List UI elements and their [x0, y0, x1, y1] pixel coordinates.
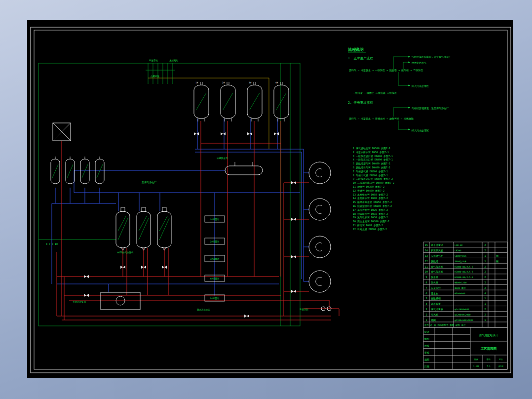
compressor-vessels-mid: [116, 207, 171, 250]
tb-cell-number-value: 7-1: [487, 365, 491, 367]
s1-branch1: 气柜经加压脱硫后，送至煤气净化厂: [412, 55, 451, 59]
flow-notes: 流程说明 1. 正常生产流程 气柜经加压脱硫后，送至煤气净化厂 供住宅区用气 原…: [347, 47, 451, 132]
pipe-row: 15 循环冷却水管 DN150 参图7-2: [353, 200, 392, 204]
tb-cell-sheet-value: 共1张: [498, 365, 503, 367]
instrument-label: 3#流量计: [210, 258, 220, 260]
red-pipe-network: [57, 121, 339, 320]
pipe-row: 3 一段加压进口管 DN400 参图7-1: [353, 155, 393, 158]
bom-spec: LZB-50: [455, 244, 463, 246]
bom-qty: 2: [484, 308, 486, 311]
pipe-row: 22 出站总管 DN500 参图7-2: [353, 228, 387, 231]
bom-no: 10: [425, 270, 428, 273]
label-separator: 冷凝脱水器: [217, 157, 228, 160]
tb-row-label: 校核: [424, 344, 429, 347]
tb-row-label: 审核: [424, 351, 429, 354]
bom-table: 15转子流量计LZB-502 14罗茨鼓风机L62WD2 13湿式储气柜5000…: [423, 242, 507, 327]
tb-project-name: 煤气储配站设计: [479, 334, 498, 337]
horizontal-separator: [225, 162, 263, 175]
bom-spec: φ1200×H=2000: [455, 314, 471, 316]
label-vessel-1: 1#: [195, 81, 198, 84]
tb-cell-sheet-label: 张次: [499, 358, 503, 360]
pipe-row: 18 仪表取压管 DN15 参图7-2: [353, 212, 388, 216]
label-pump-house: 去循环水泵房: [73, 300, 86, 303]
cad-paper: 1#流量计 2#流量计 3#流量计 4#流量计 5#流量计 放散管组 水封阀组 …: [27, 20, 513, 378]
bom-no: 6: [425, 292, 427, 295]
bom-name: 脱硫塔: [431, 260, 438, 263]
pipe-row: 8 气柜出气管 DN500 参图7-1: [353, 174, 388, 177]
bom-no: 7: [425, 286, 427, 289]
bom-name: 调压装置: [431, 302, 441, 306]
instrument-label: 4#流量计: [210, 278, 220, 280]
bom-name: 引风机: [431, 313, 438, 317]
bom-name: 煤气计量表: [431, 308, 443, 311]
scrubber-vessels-top: [194, 82, 289, 121]
s1-branch2: 供住宅区用气: [411, 61, 426, 65]
s1-legend: 一级冷凝 一级除尘 二级脱硫 二级加压: [353, 91, 397, 95]
pipe-row: 5 脱硫塔进气管 DN400 参图7-1: [353, 162, 390, 165]
bom-name: 转子流量计: [431, 243, 443, 247]
bom-qty: 2: [484, 313, 486, 316]
bom-no: 3: [425, 308, 427, 311]
title-block: 设计 制图 校核 审核 描图 日期 煤气储配站设计 工艺流程图 比例 图号 张次…: [423, 327, 507, 369]
bom-no: 11: [425, 265, 428, 268]
cad-drawing: 1#流量计 2#流量计 3#流量计 4#流量计 5#流量计 放散管组 水封阀组 …: [27, 20, 513, 378]
bom-spec: HJ800-80/2.5-6: [455, 276, 473, 279]
flow-notes-title: 流程说明: [347, 47, 364, 52]
pipe-row: 20 安全水封管 DN300 参图7-2: [353, 220, 389, 223]
tb-drawing-title: 工艺流程图: [481, 347, 497, 351]
bom-qty: 2: [484, 270, 486, 273]
bom-note: 钢: [496, 260, 498, 263]
pipe-row: 4 一段加压出口管 DN400 参图7-1: [353, 158, 393, 161]
frame-outer: [31, 27, 511, 373]
bom-name: 阻火器: [431, 281, 438, 284]
pipe-row: 2 冷凝水排水管 DN50 参图7-1: [353, 151, 389, 154]
pipe-row: 9 二段加压进口管 DN400 参图7-2: [353, 177, 393, 181]
s1-branch3: 排入污水处理区: [411, 84, 429, 88]
bom-name: 湿式储气柜: [431, 254, 443, 258]
label-vessel-3: 3#: [249, 81, 252, 84]
pipe-row: 19 氮气吹扫管 DN50 参图7-2: [353, 216, 388, 219]
bom-name: 安全水封: [431, 286, 441, 289]
s2-branch3: 排入污水处理区: [411, 129, 429, 132]
bom-qty: 2: [484, 249, 486, 252]
bom-no: 5: [425, 297, 427, 300]
bom-spec: HJ800-80/2.5-6: [455, 271, 473, 273]
bom-header: 序号 名 称 规格及型号 数量 材料 备注: [424, 323, 466, 327]
bom-qty: 1: [484, 302, 486, 305]
bom-spec: Φ600×1200: [455, 281, 467, 284]
bom-spec: φ1×2400×600: [455, 308, 469, 311]
tb-row-label: 描图: [424, 358, 429, 361]
bom-no: 1: [425, 319, 427, 321]
diagram-labels: 放散管组 水封阀组 点燃放散 至煤气净化厂 8 7 9 10 HJ型煤气加压机 …: [46, 59, 309, 311]
heat-exchanger: [53, 123, 71, 141]
label-vent-group: 放散管组: [149, 59, 158, 62]
bom-note: 钢: [496, 254, 498, 257]
pipe-row: 7 气柜进气管 DN500 参图7-1: [353, 170, 388, 173]
bom-no: 14: [425, 249, 428, 252]
bom-qty: 1: [484, 254, 486, 257]
pipe-row: 1 煤气进站总管 DN500 参图7-1: [353, 147, 390, 150]
bom-qty: 2: [484, 276, 486, 279]
s2-branch1: 气柜经旁通管道，送至煤气净化厂: [412, 107, 449, 110]
bom-no: 4: [425, 302, 427, 305]
label-vessel-2: 2#: [222, 81, 225, 84]
bom-name: 脱水器: [431, 276, 438, 279]
plant-boundary: [38, 63, 300, 326]
fan-blowers: [309, 162, 331, 292]
bom-spec: Φ500×800: [455, 292, 465, 295]
bom-spec: L62WD: [455, 249, 461, 252]
bom-qty: 1: [484, 297, 486, 300]
s2-main-chain: 原料气 → 冷凝脱水 → 旁通水封 → 放散管组 → 点燃放散: [349, 117, 414, 120]
desktop-background: 1#流量计 2#流量计 3#流量计 4#流量计 5#流量计 放散管组 水封阀组 …: [0, 0, 532, 399]
bom-spec: 5000立方米: [455, 255, 467, 257]
label-flare: 点燃放散: [151, 75, 160, 78]
pump-station-box: [101, 292, 140, 310]
bom-name: 放散管组: [431, 297, 441, 300]
label-compressors: HJ型煤气加压机: [117, 251, 134, 254]
pipe-row: 6 脱硫塔出气管 DN400 参图7-1: [353, 166, 390, 169]
frame-inner: [34, 30, 507, 369]
bom-no: 15: [425, 243, 428, 246]
bom-qty: 2: [484, 243, 486, 246]
bom-name: 凝水缸: [431, 292, 438, 295]
bom-name: 煤气加压机: [431, 265, 443, 268]
